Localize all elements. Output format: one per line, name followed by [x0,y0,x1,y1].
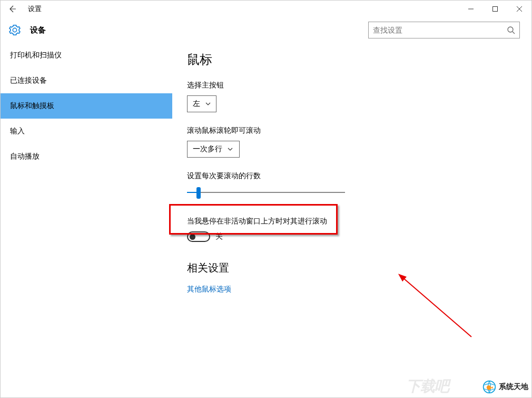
titlebar: 设置 [1,1,531,17]
arrow-left-icon [8,5,16,13]
sidebar-item-connected-devices[interactable]: 已连接设备 [1,68,172,93]
search-icon [507,26,515,34]
sidebar-item-label: 输入 [10,127,25,136]
select-value: 一次多行 [193,144,222,154]
minimize-icon [468,6,474,12]
sidebar-item-mouse-touchpad[interactable]: 鼠标和触摸板 [1,93,172,119]
sidebar-item-printers[interactable]: 打印机和扫描仪 [1,43,172,68]
annotation-arrow-icon [398,274,477,342]
primary-button-section: 选择主按钮 左 [187,81,531,112]
chevron-down-icon [228,147,233,152]
search-input[interactable] [373,26,507,34]
slider-track [187,192,345,193]
lines-per-scroll-label: 设置每次要滚动的行数 [187,171,531,181]
svg-line-5 [513,32,515,34]
related-settings-heading: 相关设置 [187,261,531,275]
header-title: 设备 [30,25,46,35]
other-mouse-options-link[interactable]: 其他鼠标选项 [187,285,531,294]
toggle-state-label: 关 [215,232,223,241]
inactive-hover-section: 当我悬停在非活动窗口上方时对其进行滚动 关 [187,217,531,242]
watermark-text: 系统天地 [499,382,528,392]
window-controls [459,1,531,17]
close-button[interactable] [507,1,531,17]
sidebar-item-label: 已连接设备 [10,76,47,85]
globe-icon [482,380,497,394]
search-box[interactable] [368,22,520,38]
toggle-knob [190,234,195,240]
select-value: 左 [193,99,200,109]
svg-rect-1 [493,7,498,12]
page-heading: 鼠标 [187,51,531,68]
sidebar-item-label: 鼠标和触摸板 [10,101,54,111]
maximize-button[interactable] [483,1,507,17]
chevron-down-icon [205,101,211,106]
primary-button-select[interactable]: 左 [187,95,216,112]
back-button[interactable] [5,2,19,16]
svg-point-4 [508,27,513,32]
sidebar: 打印机和扫描仪 已连接设备 鼠标和触摸板 输入 自动播放 [1,43,172,398]
sidebar-item-label: 自动播放 [10,152,40,161]
sidebar-item-autoplay[interactable]: 自动播放 [1,144,172,169]
content: 鼠标 选择主按钮 左 滚动鼠标滚轮即可滚动 一次多行 设置每次要滚动的行数 [172,43,531,398]
header: 设备 [1,17,531,43]
minimize-button[interactable] [459,1,483,17]
close-icon [516,6,523,12]
maximize-icon [492,6,498,12]
sidebar-item-label: 打印机和扫描仪 [10,51,62,60]
window-title: 设置 [28,4,42,14]
lines-per-scroll-section: 设置每次要滚动的行数 [187,171,531,199]
scroll-wheel-select[interactable]: 一次多行 [187,141,240,158]
watermark: 系统天地 [482,380,528,394]
toggle-switch[interactable] [187,231,210,242]
scroll-wheel-label: 滚动鼠标滚轮即可滚动 [187,126,531,135]
inactive-hover-toggle: 关 [187,231,531,242]
background-watermark: 下载吧 [406,376,449,396]
primary-button-label: 选择主按钮 [187,81,531,90]
gear-icon [9,24,21,36]
lines-per-scroll-slider[interactable] [187,186,345,199]
scroll-wheel-section: 滚动鼠标滚轮即可滚动 一次多行 [187,126,531,158]
slider-thumb[interactable] [196,187,201,199]
sidebar-item-typing[interactable]: 输入 [1,119,172,144]
inactive-hover-label: 当我悬停在非活动窗口上方时对其进行滚动 [187,217,531,226]
